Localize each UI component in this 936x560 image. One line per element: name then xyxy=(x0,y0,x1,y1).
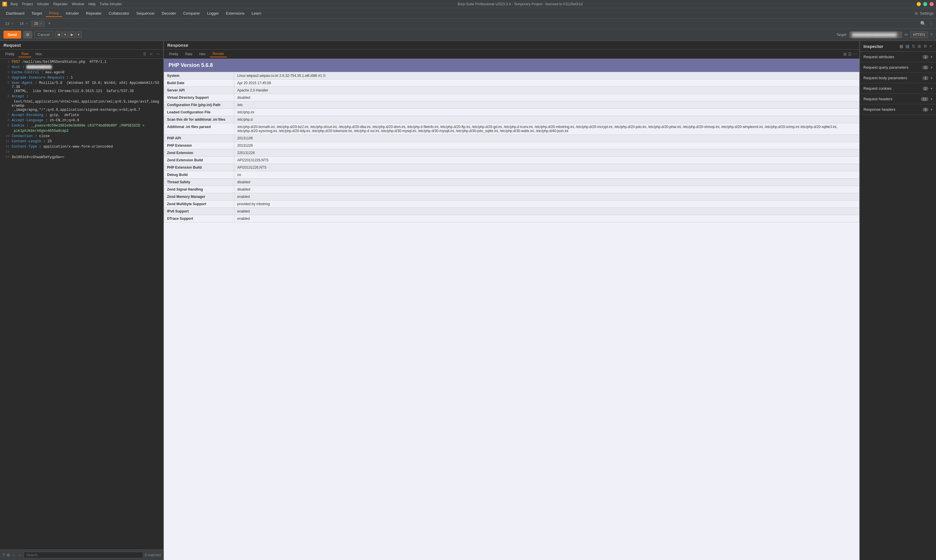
inspector-settings-icon[interactable]: ⚙ xyxy=(923,43,928,49)
response-action-icon1[interactable]: ⊞ xyxy=(843,52,847,56)
menu-burp[interactable]: Burp xyxy=(9,2,20,7)
response-action-icon2[interactable]: ☰ xyxy=(848,52,852,56)
tab-collaborator[interactable]: Collaborator xyxy=(105,10,133,17)
search-help-icon[interactable]: ? xyxy=(2,553,5,557)
cancel-button[interactable]: Cancel xyxy=(34,31,53,38)
inspector-item[interactable]: Request query parameters0▾ xyxy=(860,62,936,73)
chevron-down-icon: ▾ xyxy=(931,97,933,101)
php-table-value: disabled xyxy=(234,94,859,102)
menu-turbo-intruder[interactable]: Turbo Intruder xyxy=(98,2,124,7)
menu-help[interactable]: Help xyxy=(86,2,97,7)
request-tab-hex[interactable]: Hex xyxy=(32,51,45,57)
request-wrap-icon[interactable]: ↵ xyxy=(149,51,154,57)
chevron-down-icon: ▾ xyxy=(931,86,933,91)
request-search-bar: ? ⚙ ← → 0 matches xyxy=(0,549,163,560)
request-list-icon[interactable]: ☰ xyxy=(142,51,147,57)
inspector-item[interactable]: Request cookies2▾ xyxy=(860,83,936,94)
tab-intruder[interactable]: Intruder xyxy=(62,10,82,17)
search-input[interactable] xyxy=(24,552,143,558)
tab-learn[interactable]: Learn xyxy=(248,10,265,17)
window-title: Burp Suite Professional v2023.3.4 - Temp… xyxy=(123,2,917,6)
nav-forward-dropdown[interactable]: ▾ xyxy=(76,32,82,38)
nav-back-button[interactable]: ◀ xyxy=(55,32,62,38)
inspector-sort-icon[interactable]: ⇅ xyxy=(911,43,916,49)
response-tab-hex[interactable]: Hex xyxy=(196,51,208,57)
request-more-icon[interactable]: ⋯ xyxy=(155,51,161,57)
inspector-filter-icon[interactable]: ⊞ xyxy=(917,43,922,49)
request-code-area: 1 POST /mall/sms/GetSMSSendStatus.php HT… xyxy=(0,59,163,549)
tab-target[interactable]: Target xyxy=(28,10,46,17)
repeater-tab-15[interactable]: 15 × xyxy=(31,20,45,27)
inspector-item[interactable]: Request attributes2▾ xyxy=(860,52,936,62)
code-line: 14 9e1801e9=cGhwaW5mYygpOw== xyxy=(0,155,163,160)
http-version-selector[interactable]: HTTP/1 xyxy=(911,32,928,38)
search-icon[interactable]: 🔍 xyxy=(920,21,926,26)
menu-window[interactable]: Window xyxy=(70,2,86,7)
inspector-view-icon2[interactable]: ▤ xyxy=(905,43,910,49)
nav-back-dropdown[interactable]: ▾ xyxy=(62,32,68,38)
tab-14-close[interactable]: × xyxy=(26,22,28,25)
table-row: Thread Safetydisabled xyxy=(164,178,859,186)
inspector-view-icon1[interactable]: ▦ xyxy=(899,43,904,49)
settings-label[interactable]: Settings xyxy=(920,11,934,15)
tab-proxy[interactable]: Proxy xyxy=(46,10,62,17)
tab-options-icon[interactable]: ⋮ xyxy=(929,21,934,26)
php-table-key: System xyxy=(164,72,234,80)
inspector-item[interactable]: Request body parameters1▾ xyxy=(860,73,936,83)
target-input[interactable]: ██████████████████ xyxy=(850,32,902,38)
search-next-icon[interactable]: → xyxy=(18,553,22,557)
php-table-value: Apr 20 2015 17:45:08 xyxy=(234,80,859,87)
response-tab-render[interactable]: Render xyxy=(210,51,227,57)
nav-forward-button[interactable]: ▶ xyxy=(69,32,75,38)
http-help-icon[interactable]: ? xyxy=(930,32,933,37)
repeater-tab-14[interactable]: 14 × xyxy=(17,20,31,27)
php-table-key: Virtual Directory Support xyxy=(164,94,234,102)
tab-15-close[interactable]: × xyxy=(40,22,42,25)
inspector-close-icon[interactable]: × xyxy=(929,43,933,49)
request-tab-pretty[interactable]: Pretty xyxy=(2,51,17,57)
response-view-tabs: Pretty Raw Hex Render ⊞ ☰ ⋯ xyxy=(164,50,859,59)
php-table-value: provided by mbstring xyxy=(234,200,859,208)
table-row: Additional .ini files parsed/etc/php.d/2… xyxy=(164,123,859,135)
tab-13-close[interactable]: × xyxy=(11,22,13,25)
tab-logger[interactable]: Logger xyxy=(204,10,222,17)
code-line: 4 Upgrade-Insecure-Requests : 1 xyxy=(0,76,163,81)
tab-extensions[interactable]: Extensions xyxy=(222,10,248,17)
inspector-item-count: 2 xyxy=(922,86,928,91)
table-row: Virtual Directory Supportdisabled xyxy=(164,94,859,102)
inspector-item-label: Request cookies xyxy=(864,86,922,91)
response-tab-pretty[interactable]: Pretty xyxy=(166,51,181,57)
table-row: Server APIApache 2.0 Handler xyxy=(164,87,859,94)
tab-sequencer[interactable]: Sequencer xyxy=(133,10,158,17)
search-settings-icon[interactable]: ⚙ xyxy=(6,553,10,557)
inspector-item[interactable]: Response headers9▾ xyxy=(860,105,936,115)
code-line: 1 POST /mall/sms/GetSMSSendStatus.php HT… xyxy=(0,60,163,65)
tab-add-button[interactable]: + xyxy=(46,20,54,26)
inspector-item-count: 9 xyxy=(922,108,928,112)
response-action-icon3[interactable]: ⋯ xyxy=(853,52,857,56)
menu-repeater[interactable]: Repeater xyxy=(51,2,69,7)
settings-gear-icon[interactable]: ⚙ xyxy=(914,11,918,16)
response-tab-raw[interactable]: Raw xyxy=(182,51,195,57)
target-edit-icon[interactable]: ✏ xyxy=(904,32,908,37)
menu-intruder[interactable]: Intruder xyxy=(35,2,51,7)
tab-decoder[interactable]: Decoder xyxy=(158,10,180,17)
repeater-tab-13[interactable]: 13 × xyxy=(2,20,16,27)
send-options-button[interactable]: ⚙ xyxy=(23,31,32,38)
tab-repeater[interactable]: Repeater xyxy=(82,10,105,17)
tab-comparer[interactable]: Comparer xyxy=(180,10,204,17)
inspector-item[interactable]: Request headers11▾ xyxy=(860,94,936,105)
request-tab-raw[interactable]: Raw xyxy=(19,51,31,57)
close-button[interactable]: × xyxy=(930,2,934,6)
send-button[interactable]: Send xyxy=(3,31,21,38)
minimize-button[interactable]: _ xyxy=(917,2,921,6)
tab-dashboard[interactable]: Dashboard xyxy=(2,10,28,17)
php-table-value: API220131226,NTS xyxy=(234,157,859,164)
table-row: Zend Multibyte Supportprovided by mbstri… xyxy=(164,200,859,208)
menu-project[interactable]: Project xyxy=(20,2,34,7)
php-table-value: /etc/php.ini xyxy=(234,109,859,116)
host-value-blurred: ████████████ xyxy=(26,65,51,69)
php-table-key: Zend Multibyte Support xyxy=(164,200,234,208)
restore-button[interactable]: □ xyxy=(923,2,927,6)
search-prev-icon[interactable]: ← xyxy=(12,553,16,557)
